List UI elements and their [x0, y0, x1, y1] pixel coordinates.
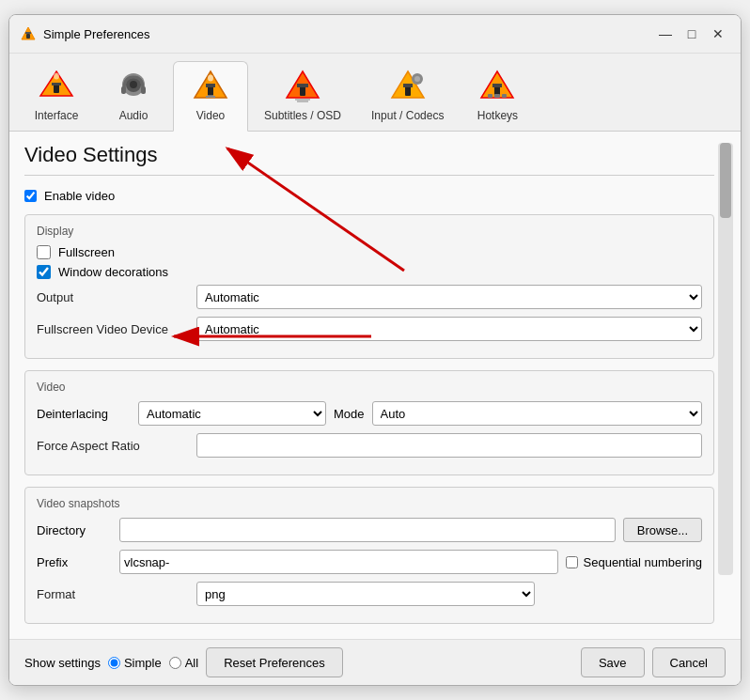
snapshots-section: Video snapshots Directory Browse... Pref…	[24, 487, 714, 624]
tab-input-label: Input / Codecs	[371, 109, 444, 122]
sequential-row: Sequential numbering	[566, 555, 702, 569]
tab-video-label: Video	[196, 109, 225, 122]
fullscreen-device-label: Fullscreen Video Device	[37, 322, 187, 336]
svg-rect-14	[206, 84, 215, 87]
close-button[interactable]: ✕	[707, 23, 729, 45]
svg-rect-25	[403, 84, 413, 87]
all-radio-label[interactable]: All	[169, 656, 198, 670]
tab-subtitles-label: Subtitles / OSD	[264, 109, 341, 122]
svg-rect-13	[208, 86, 213, 96]
svg-rect-32	[494, 94, 500, 98]
all-label: All	[185, 656, 198, 670]
window-decorations-label[interactable]: Window decorations	[58, 265, 168, 279]
all-radio[interactable]	[169, 657, 181, 669]
sequential-label[interactable]: Sequential numbering	[584, 555, 702, 569]
svg-rect-11	[141, 86, 146, 94]
deinterlacing-row: Deinterlacing Automatic Off On Mode Auto…	[37, 401, 702, 426]
video-section-title: Video	[37, 381, 702, 394]
prefix-input[interactable]	[119, 550, 558, 574]
scrollbar[interactable]	[718, 143, 733, 575]
save-button[interactable]: Save	[581, 647, 645, 677]
svg-point-27	[414, 76, 420, 82]
prefix-row: Prefix Sequential numbering	[37, 550, 702, 574]
simple-label: Simple	[124, 656, 162, 670]
page-title: Video Settings	[24, 143, 714, 167]
format-row: Format png jpg tiff	[37, 582, 702, 606]
output-row: Output Automatic	[37, 285, 702, 309]
subtitles-tab-icon	[284, 68, 321, 105]
svg-rect-4	[54, 85, 59, 93]
deinterlacing-label: Deinterlacing	[37, 407, 131, 421]
simple-radio[interactable]	[108, 657, 120, 669]
vlc-title-icon	[21, 26, 36, 41]
reset-button[interactable]: Reset Preferences	[206, 647, 343, 677]
deinterlacing-select[interactable]: Automatic Off On	[138, 401, 326, 426]
enable-video-checkbox[interactable]	[24, 190, 37, 202]
title-bar: Simple Preferences — □ ✕	[9, 15, 741, 54]
video-section: Video Deinterlacing Automatic Off On Mod…	[24, 370, 714, 475]
format-label: Format	[37, 587, 187, 601]
footer-left: Show settings Simple All Reset Preferenc…	[24, 647, 571, 677]
tab-video[interactable]: Video	[173, 61, 248, 132]
tab-hotkeys[interactable]: Hotkeys	[460, 61, 535, 131]
svg-rect-31	[488, 94, 492, 98]
page-divider	[24, 175, 714, 176]
aspect-ratio-row: Force Aspect Ratio	[37, 433, 702, 458]
mode-label: Mode	[334, 407, 365, 421]
window-decorations-row: Window decorations	[37, 265, 702, 279]
fullscreen-label[interactable]: Fullscreen	[58, 245, 115, 259]
enable-video-label[interactable]: Enable video	[44, 189, 115, 203]
main-window: Simple Preferences — □ ✕ Interface	[8, 14, 742, 686]
tab-interface[interactable]: Interface	[19, 61, 94, 131]
minimize-button[interactable]: —	[654, 23, 677, 45]
fullscreen-device-select[interactable]: Automatic	[196, 317, 702, 341]
maximize-button[interactable]: □	[680, 23, 703, 45]
show-settings-label: Show settings	[24, 656, 101, 670]
svg-point-6	[54, 73, 59, 80]
footer-right: Save Cancel	[581, 647, 726, 677]
aspect-ratio-label: Force Aspect Ratio	[37, 439, 187, 453]
output-select[interactable]: Automatic	[196, 285, 702, 309]
title-bar-controls: — □ ✕	[654, 23, 729, 45]
svg-rect-20	[297, 84, 308, 87]
tab-hotkeys-label: Hotkeys	[477, 109, 518, 122]
footer: Show settings Simple All Reset Preferenc…	[9, 639, 741, 685]
svg-rect-2	[25, 32, 31, 34]
cancel-button[interactable]: Cancel	[652, 647, 726, 677]
tab-input[interactable]: Input / Codecs	[357, 61, 458, 131]
display-section-title: Display	[37, 225, 702, 238]
content-area: Video Settings Enable video Display Full…	[9, 132, 741, 639]
window-decorations-checkbox[interactable]	[37, 265, 51, 279]
svg-point-9	[130, 81, 137, 88]
content-wrapper: Video Settings Enable video Display Full…	[9, 132, 741, 639]
window-title: Simple Preferences	[43, 27, 149, 41]
sequential-checkbox[interactable]	[566, 556, 578, 568]
svg-rect-5	[52, 83, 61, 86]
format-select[interactable]: png jpg tiff	[196, 582, 535, 606]
audio-tab-icon	[115, 68, 152, 105]
svg-point-15	[208, 75, 213, 82]
svg-rect-10	[121, 86, 126, 94]
tab-audio[interactable]: Audio	[96, 61, 171, 131]
fullscreen-row: Fullscreen	[37, 245, 702, 259]
directory-input[interactable]	[119, 518, 616, 542]
svg-rect-1	[26, 34, 30, 39]
radio-group: Simple All	[108, 656, 198, 670]
svg-rect-33	[502, 94, 507, 98]
simple-radio-label[interactable]: Simple	[108, 656, 162, 670]
browse-button[interactable]: Browse...	[623, 518, 702, 542]
svg-rect-24	[405, 86, 411, 96]
directory-row: Directory Browse...	[37, 518, 702, 542]
hotkeys-tab-icon	[478, 68, 516, 105]
directory-label: Directory	[37, 523, 112, 537]
scroll-thumb[interactable]	[720, 143, 731, 218]
mode-select[interactable]: Auto Blend Bob	[372, 401, 702, 426]
enable-video-row: Enable video	[24, 189, 714, 203]
prefix-label: Prefix	[37, 555, 112, 569]
fullscreen-device-row: Fullscreen Video Device Automatic	[37, 317, 702, 341]
display-section: Display Fullscreen Window decorations Ou…	[24, 214, 714, 359]
fullscreen-checkbox[interactable]	[37, 245, 51, 259]
tab-subtitles[interactable]: Subtitles / OSD	[250, 61, 355, 131]
aspect-ratio-input[interactable]	[196, 433, 702, 458]
input-tab-icon	[389, 68, 427, 105]
